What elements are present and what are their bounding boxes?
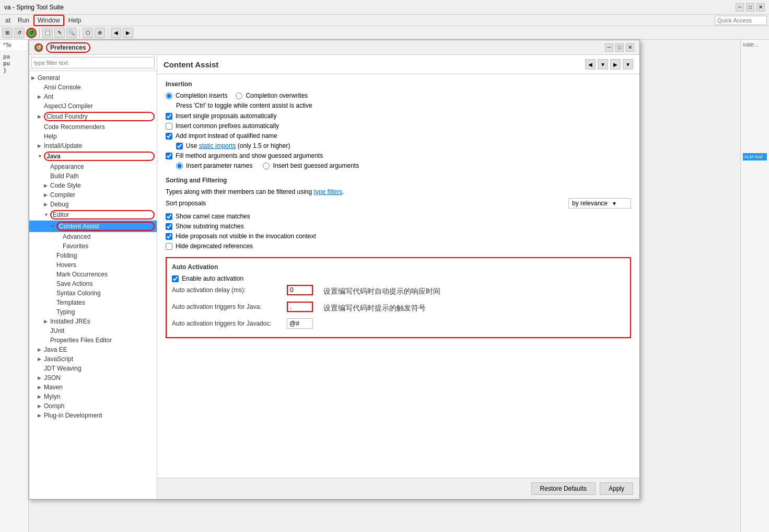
tree-item-codestyle[interactable]: ▶ Code Style [29,181,157,190]
tree-item-cloud[interactable]: ▶ Cloud Foundry [29,111,157,122]
tree-item-appearance[interactable]: Appearance [29,162,157,171]
tree-item-mylyn[interactable]: ▶ Mylyn [29,392,157,401]
tree-item-plugin[interactable]: ▶ Plug-in Development [29,411,157,420]
menu-window[interactable]: Window [33,15,64,26]
tree-item-ant[interactable]: ▶ Ant [29,92,157,101]
tree-item-content-assist[interactable]: ▼ Content Assist [29,221,157,232]
toolbar-btn-9[interactable]: ▶ [123,28,133,38]
tree-item-syntaxcolor[interactable]: Syntax Coloring [29,288,157,298]
radio-param-names[interactable] [176,163,183,169]
static-imports-link[interactable]: static imports [199,142,236,149]
cb-static-imports[interactable] [176,143,183,149]
tree-item-help[interactable]: Help [29,132,157,141]
auto-activation-title: Auto Activation [172,263,625,271]
nav-back-btn[interactable]: ◀ [585,59,596,70]
tree-item-templates[interactable]: Templates [29,298,157,307]
cb-common-prefixes[interactable] [166,123,172,130]
radio-param-names-label[interactable]: Insert parameter names [176,162,252,169]
type-filters-link[interactable]: type filters [314,188,343,195]
cb-add-import[interactable] [166,133,172,140]
toolbar-btn-4[interactable]: ✎ [54,28,65,38]
tree-item-propfiles[interactable]: Properties Files Editor [29,336,157,345]
tree-item-maven[interactable]: ▶ Maven [29,383,157,392]
apply-btn[interactable]: Apply [600,482,633,495]
close-btn[interactable]: ✕ [756,3,765,11]
sort-dropdown[interactable]: by relevance ▼ [568,198,631,209]
tree-item-general[interactable]: ▶ General [29,73,157,83]
minimize-btn[interactable]: ─ [736,3,744,11]
check-hide-label: Hide proposals not visible in the invoca… [176,233,316,240]
tree-item-jdtweaving[interactable]: JDT Weaving [29,364,157,373]
cb-fill-method[interactable] [166,153,172,159]
dialog-maximize-btn[interactable]: □ [615,43,624,52]
check-static-imports: Use static imports (only 1.5 or higher) [176,142,631,149]
tree-item-markocc[interactable]: Mark Occurrences [29,270,157,279]
nav-dropdown-btn[interactable]: ▼ [598,59,608,70]
tree-item-editor[interactable]: ▼ Editor [29,209,157,221]
tree-item-hovers[interactable]: Hovers [29,260,157,270]
maximize-btn[interactable]: □ [746,3,754,11]
toolbar-btn-8[interactable]: ◀ [111,28,121,38]
tree-item-junit[interactable]: JUnit [29,326,157,336]
toolbar-btn-5[interactable]: 🔍 [66,28,77,38]
nav-more-btn[interactable]: ▼ [623,59,633,70]
tree-item-favorites[interactable]: Favorites [29,241,157,251]
cb-hide-deprecated[interactable] [166,243,172,250]
tree-item-javascript[interactable]: ▶ JavaScript [29,354,157,364]
quick-access-input[interactable] [715,16,767,25]
tree-item-aspectj[interactable]: AspectJ Compiler [29,101,157,111]
tree-item-saveactions[interactable]: Save Actions [29,279,157,288]
radio-completion-inserts[interactable] [166,92,172,99]
dialog-title: ↺ Preferences [34,42,90,53]
tree-item-oomph[interactable]: ▶ Oomph [29,401,157,411]
toolbar-btn-1[interactable]: ⊞ [2,28,13,38]
menu-run[interactable]: Run [15,16,32,25]
tree-filter-input[interactable] [31,57,155,68]
tree-item-install[interactable]: ▶ Install/Update [29,141,157,151]
tree-item-compiler[interactable]: ▶ Compiler [29,190,157,200]
cb-camel-case[interactable] [166,213,172,220]
insertion-title: Insertion [166,80,631,88]
tree-item-java[interactable]: ▼ Java [29,151,157,162]
tree-item-installedjres[interactable]: ▶ Installed JREs [29,317,157,326]
check-common-label: Insert common prefixes automatically [176,122,279,130]
menu-bar: at Run Window Help [0,15,769,26]
tree-item-debug[interactable]: ▶ Debug [29,200,157,209]
cb-substring[interactable] [166,223,172,230]
dialog-title-label: Preferences [46,42,90,53]
menu-help[interactable]: Help [65,16,85,25]
toolbar-btn-3[interactable]: 📋 [42,28,53,38]
delay-input[interactable] [287,285,313,295]
tree-item-ansi[interactable]: Ansi Console [29,83,157,92]
toolbar-btn-7[interactable]: ⊕ [95,28,105,38]
cb-single-proposals[interactable] [166,113,172,120]
tree-item-buildpath[interactable]: Build Path [29,171,157,181]
radio-completion-overwrites[interactable] [236,92,242,99]
dialog-close-btn[interactable]: ✕ [626,43,634,52]
editor-tab[interactable]: *Te [0,40,28,50]
menu-at[interactable]: at [2,16,14,25]
restore-defaults-btn[interactable]: Restore Defaults [531,482,596,495]
tree-item-json[interactable]: ▶ JSON [29,373,157,383]
tree-item-folding[interactable]: Folding [29,251,157,260]
nav-forward-btn[interactable]: ▶ [610,59,621,70]
toolbar-btn-2[interactable]: ↺ [14,28,25,38]
cb-enable-auto[interactable] [172,275,179,282]
dialog-minimize-btn[interactable]: ─ [605,43,613,52]
radio-completion-inserts-label[interactable]: Completion inserts [166,92,227,99]
java-triggers-input[interactable] [287,302,313,312]
toolbar-btn-6[interactable]: ⬡ [83,28,93,38]
radio-best-guess[interactable] [263,163,270,169]
tree-content[interactable]: ▶ General Ansi Console ▶ Ant AspectJ Com… [29,71,157,499]
sorting-period: . [342,188,344,195]
cb-hide-proposals[interactable] [166,233,172,240]
radio-completion-overwrites-label[interactable]: Completion overwrites [236,92,308,99]
tree-item-typing[interactable]: Typing [29,307,157,317]
tree-item-advanced[interactable]: Advanced [29,232,157,241]
radio-best-guess-label[interactable]: Insert best guessed arguments [263,162,359,169]
javadoc-triggers-input[interactable] [287,318,313,329]
toolbar-sep-2 [79,28,80,38]
tree-item-coderec[interactable]: Code Recommenders [29,122,157,132]
toolbar-refresh-btn[interactable]: ↺ [26,28,37,38]
tree-item-javaee[interactable]: ▶ Java EE [29,345,157,354]
